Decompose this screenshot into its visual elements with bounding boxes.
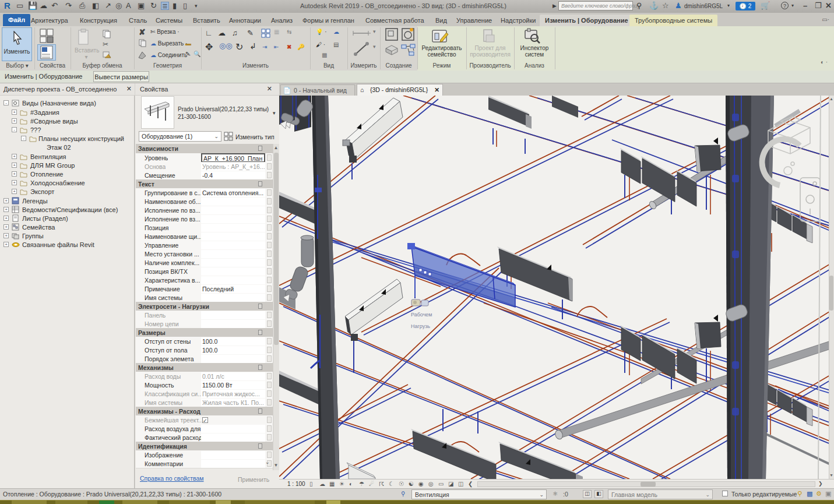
svg-text:Рабочем: Рабочем <box>411 312 432 318</box>
svg-text:Нагрузь: Нагрузь <box>411 323 430 329</box>
